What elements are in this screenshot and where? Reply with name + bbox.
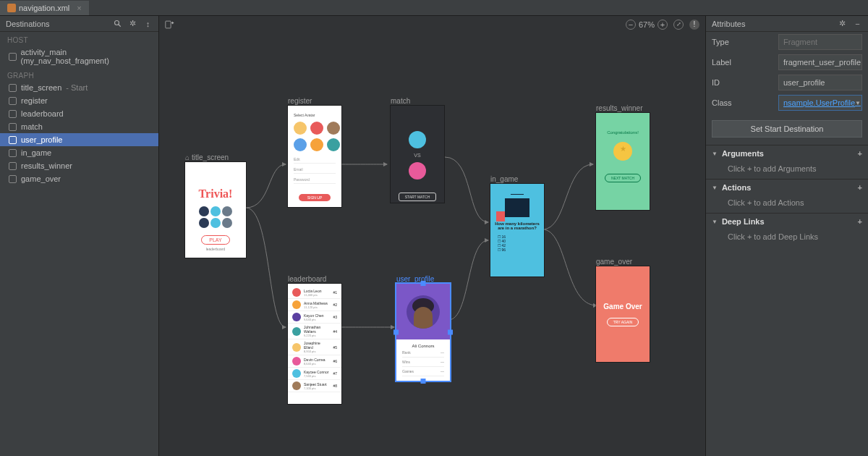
dest-item-results_winner[interactable]: results_winner: [0, 159, 158, 172]
svg-rect-2: [166, 21, 171, 28]
editor-tab-bar: navigation.xml ×: [0, 0, 868, 16]
fragment-icon: [9, 149, 17, 157]
chevron-down-icon[interactable]: ▼: [855, 100, 861, 106]
screen-in-game[interactable]: How many kilometers are in a marathon? ☐…: [490, 184, 544, 276]
leaderboard-row: Sanjeet Stuart7,100 pts#8: [288, 380, 341, 392]
label-title-screen: title_screen: [185, 153, 229, 161]
section-arguments[interactable]: ▼Arguments+: [706, 145, 868, 161]
attributes-title: Attributes: [712, 20, 745, 28]
fragment-icon: [9, 175, 17, 183]
svg-line-1: [118, 24, 120, 26]
question-text: How many kilometers are in a marathon?: [495, 221, 540, 230]
panel-title: Destinations: [6, 20, 50, 28]
xml-file-icon: [7, 4, 16, 12]
layout-icon: [9, 53, 17, 61]
label-results-winner: results_winner: [596, 104, 642, 112]
destinations-panel: Destinations ✲ ↕ HOST activity_main (my_…: [0, 16, 159, 456]
screen-user-profile[interactable]: Ali Connors Rank—Wins—Games—: [396, 284, 450, 381]
start-match-button: START MATCH: [399, 193, 437, 201]
leaderboard-row: Lucia Leon11,460 pts#1: [288, 287, 341, 299]
add-destination-icon[interactable]: [165, 20, 174, 30]
try-again-button: TRY AGAIN: [607, 318, 639, 326]
dest-item-register[interactable]: register: [0, 94, 158, 107]
leaderboard-row: Josephine Ellard8,950 pts#5: [288, 339, 341, 355]
dest-item-game_over[interactable]: game_over: [0, 172, 158, 185]
set-start-destination-button[interactable]: Set Start Destination: [712, 120, 862, 138]
label-match: match: [391, 97, 410, 105]
tree-icon[interactable]: ↕: [143, 19, 153, 28]
close-icon[interactable]: ×: [77, 4, 81, 12]
leaderboard-row: Johnathan Walters9,220 pts#4: [288, 324, 341, 339]
screen-title-screen[interactable]: Trivia! PLAY leaderboard: [185, 162, 246, 258]
screen-game-over[interactable]: Game Over TRY AGAIN: [596, 266, 650, 362]
chevron-down-icon: ▼: [712, 185, 718, 191]
screen-register[interactable]: Select Avatar Edit Email Password SIGN U…: [288, 106, 341, 207]
zoom-in-icon[interactable]: +: [658, 20, 668, 30]
leaderboard-row: Kayon Chen9,640 pts#3: [288, 311, 341, 324]
add-icon[interactable]: +: [858, 149, 862, 158]
label-register: register: [288, 97, 312, 105]
error-icon[interactable]: !: [689, 20, 699, 30]
dest-item-leaderboard[interactable]: leaderboard: [0, 107, 158, 120]
add-icon[interactable]: +: [858, 183, 862, 192]
chevron-down-icon: ▼: [712, 151, 718, 157]
dest-item-title_screen[interactable]: title_screen - Start: [0, 81, 158, 94]
label-field[interactable]: fragment_user_profile: [778, 54, 862, 70]
dest-item-in_game[interactable]: in_game: [0, 146, 158, 159]
leaderboard-row: Kaycee Connor7,940 pts#7: [288, 368, 341, 380]
tab-navigation-xml[interactable]: navigation.xml ×: [0, 1, 89, 15]
svg-point-0: [114, 20, 119, 25]
fit-icon[interactable]: ⤢: [673, 20, 684, 30]
fragment-icon: [9, 123, 17, 131]
leaderboard-row: Anna Mathews11,120 pts#2: [288, 299, 341, 311]
zoom-out-icon[interactable]: −: [626, 20, 636, 30]
zoom-level: 67%: [639, 20, 655, 29]
id-field[interactable]: user_profile: [778, 75, 862, 90]
graph-section-label: GRAPH: [0, 67, 158, 81]
minimize-icon[interactable]: −: [853, 19, 862, 28]
host-item-label: activity_main (my_nav_host_fragment): [21, 48, 151, 65]
fragment-icon: [9, 110, 17, 118]
chevron-down-icon: ▼: [712, 219, 718, 225]
section-deep-links[interactable]: ▼Deep Links+: [706, 214, 868, 229]
search-icon[interactable]: [113, 19, 122, 28]
dest-item-match[interactable]: match: [0, 120, 158, 133]
next-match-button: NEXT MATCH: [605, 174, 641, 182]
fragment-icon: [9, 84, 17, 92]
screen-results-winner[interactable]: Congratulations! ★ NEXT MATCH: [596, 113, 650, 210]
gear-icon[interactable]: ✲: [128, 19, 137, 28]
label-leaderboard: leaderboard: [288, 275, 326, 283]
fragment-icon: [9, 97, 17, 105]
label-in-game: in_game: [490, 175, 518, 183]
label-user-profile: user_profile: [396, 275, 434, 283]
fragment-icon: [9, 162, 17, 170]
section-actions[interactable]: ▼Actions+: [706, 180, 868, 195]
attributes-panel: Attributes ✲ − Type Fragment Label fragm…: [705, 16, 868, 456]
fragment-icon: [9, 136, 17, 144]
screen-match[interactable]: VS START MATCH: [391, 106, 444, 203]
play-button: PLAY: [201, 235, 229, 245]
trivia-title: Trivia!: [199, 187, 233, 200]
dest-item-user_profile[interactable]: user_profile: [0, 133, 158, 146]
tab-label: navigation.xml: [19, 4, 69, 12]
register-heading: Select Avatar: [294, 113, 336, 117]
host-section-label: HOST: [0, 32, 158, 46]
screen-leaderboard[interactable]: Lucia Leon11,460 pts#1Anna Mathews11,120…: [288, 284, 341, 404]
class-field[interactable]: nsample.UserProfile▼: [778, 95, 862, 111]
host-item[interactable]: activity_main (my_nav_host_fragment): [0, 46, 158, 67]
gear-icon[interactable]: ✲: [838, 19, 847, 28]
navigation-canvas[interactable]: − 67% + ⤢ ! title_screen Trivia!: [159, 16, 705, 456]
leaderboard-row: Devin Correa8,640 pts#6: [288, 355, 341, 368]
leaderboard-link: leaderboard: [206, 247, 226, 251]
type-field[interactable]: Fragment: [778, 34, 862, 50]
signup-button: SIGN UP: [299, 194, 331, 201]
add-icon[interactable]: +: [858, 217, 862, 226]
label-game-over: game_over: [596, 258, 632, 266]
